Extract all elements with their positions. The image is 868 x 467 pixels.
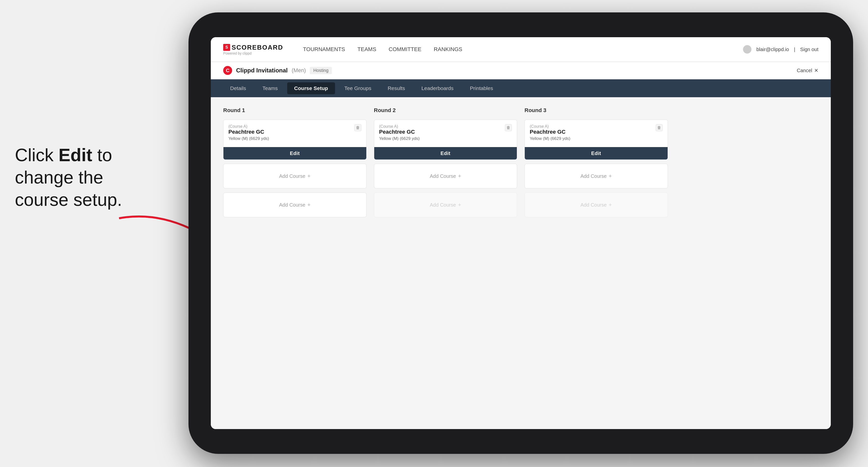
trash-icon: 🗑 (356, 125, 360, 130)
round-3-edit-button[interactable]: Edit (525, 147, 668, 159)
round-2-add-course-1[interactable]: Add Course + (374, 164, 517, 188)
add-course-text-2: Add Course + (279, 201, 310, 208)
sub-header: C Clippd Invitational (Men) Hosting Canc… (211, 62, 831, 80)
round-1-title: Round 1 (223, 107, 367, 114)
tab-teams[interactable]: Teams (255, 82, 285, 94)
round-1-add-course-1[interactable]: Add Course + (223, 164, 367, 188)
round-3-add-course-2: Add Course + (525, 192, 668, 217)
clippd-logo: C (223, 66, 232, 75)
tablet-device: S SCOREBOARD Powered by clippd TOURNAMEN… (188, 12, 853, 454)
add-icon: + (307, 173, 310, 179)
round-2-title: Round 2 (374, 107, 517, 114)
round-3-add-course-1[interactable]: Add Course + (525, 164, 668, 188)
main-content: Round 1 (Course A) Peachtree GC Yellow (… (211, 97, 831, 429)
course-2-label: (Course A) (379, 124, 420, 129)
round-2-column: Round 2 (Course A) Peachtree GC Yellow (… (374, 107, 517, 217)
nav-rankings[interactable]: RANKINGS (434, 45, 462, 54)
logo-subtext: Powered by clippd (223, 51, 283, 55)
round-2-delete-icon[interactable]: 🗑 (505, 124, 512, 131)
user-email: blair@clippd.io (756, 46, 789, 52)
round-2-course-card: (Course A) Peachtree GC Yellow (M) (6629… (374, 120, 517, 160)
course-3-label: (Course A) (530, 124, 570, 129)
round-3-title: Round 3 (525, 107, 668, 114)
trash-icon-3: 🗑 (657, 125, 661, 130)
logo-area: S SCOREBOARD Powered by clippd (223, 44, 283, 55)
cancel-icon: ✕ (814, 67, 818, 73)
nav-committee[interactable]: COMMITTEE (389, 45, 421, 54)
tournament-gender: (Men) (292, 67, 306, 74)
tablet-screen: S SCOREBOARD Powered by clippd TOURNAMEN… (211, 37, 831, 429)
hosting-badge: Hosting (310, 67, 332, 74)
tab-tee-groups[interactable]: Tee Groups (338, 82, 378, 94)
add-course-text-4: Add Course + (430, 201, 461, 208)
tournament-info: C Clippd Invitational (Men) Hosting (223, 66, 332, 75)
round-2-add-course-2: Add Course + (374, 192, 517, 217)
add-icon-6: + (609, 201, 612, 208)
tab-course-setup[interactable]: Course Setup (287, 82, 335, 94)
nav-teams[interactable]: TEAMS (358, 45, 376, 54)
round-2-edit-button[interactable]: Edit (374, 147, 517, 159)
tab-bar: Details Teams Course Setup Tee Groups Re… (211, 80, 831, 97)
trash-icon-2: 🗑 (506, 125, 510, 130)
round-1-course-card: (Course A) Peachtree GC Yellow (M) (6629… (223, 120, 367, 160)
page-wrapper: Click Edit to change the course setup. S… (0, 0, 868, 467)
logo-text: SCOREBOARD (231, 44, 283, 51)
add-course-text-3: Add Course + (430, 173, 461, 179)
separator: | (794, 46, 795, 52)
course-card-header-2: (Course A) Peachtree GC Yellow (M) (6629… (379, 124, 512, 145)
round-1-delete-icon[interactable]: 🗑 (354, 124, 361, 131)
tab-printables[interactable]: Printables (463, 82, 500, 94)
course-3-name: Peachtree GC (530, 129, 570, 135)
course-3-details: Yellow (M) (6629 yds) (530, 136, 570, 141)
add-course-text-5: Add Course + (581, 173, 612, 179)
course-card-header-3: (Course A) Peachtree GC Yellow (M) (6629… (530, 124, 663, 145)
tournament-name: Clippd Invitational (236, 67, 288, 74)
course-2-details: Yellow (M) (6629 yds) (379, 136, 420, 141)
round-1-column: Round 1 (Course A) Peachtree GC Yellow (… (223, 107, 367, 217)
nav-right: blair@clippd.io | Sign out (743, 45, 818, 54)
rounds-grid: Round 1 (Course A) Peachtree GC Yellow (… (223, 107, 818, 217)
round-1-edit-button[interactable]: Edit (223, 147, 366, 159)
course-2-name: Peachtree GC (379, 129, 420, 135)
round-3-column: Round 3 (Course A) Peachtree GC Yellow (… (525, 107, 668, 217)
nav-tournaments[interactable]: TOURNAMENTS (303, 45, 345, 54)
add-course-text: Add Course + (279, 173, 310, 179)
course-1-label: (Course A) (228, 124, 269, 129)
round-3-delete-icon[interactable]: 🗑 (656, 124, 663, 131)
add-icon-5: + (609, 173, 612, 179)
tab-details[interactable]: Details (223, 82, 253, 94)
round-1-add-course-2[interactable]: Add Course + (223, 192, 367, 217)
nav-links: TOURNAMENTS TEAMS COMMITTEE RANKINGS (303, 45, 728, 54)
course-1-name: Peachtree GC (228, 129, 269, 135)
top-nav: S SCOREBOARD Powered by clippd TOURNAMEN… (211, 37, 831, 62)
user-avatar (743, 45, 751, 54)
course-1-details: Yellow (M) (6629 yds) (228, 136, 269, 141)
add-icon-4: + (458, 201, 461, 208)
annotation-text: Click Edit to change the course setup. (15, 144, 149, 211)
logo-icon: S (223, 44, 230, 51)
add-icon-3: + (458, 173, 461, 179)
tab-leaderboards[interactable]: Leaderboards (414, 82, 461, 94)
add-course-text-6: Add Course + (581, 201, 612, 208)
cancel-button[interactable]: Cancel ✕ (797, 67, 818, 73)
tab-results[interactable]: Results (381, 82, 412, 94)
sign-out-link[interactable]: Sign out (800, 46, 818, 52)
round-3-course-card: (Course A) Peachtree GC Yellow (M) (6629… (525, 120, 668, 160)
add-icon-2: + (307, 201, 310, 208)
course-card-header: (Course A) Peachtree GC Yellow (M) (6629… (228, 124, 361, 145)
round-4-column-empty (675, 107, 819, 217)
